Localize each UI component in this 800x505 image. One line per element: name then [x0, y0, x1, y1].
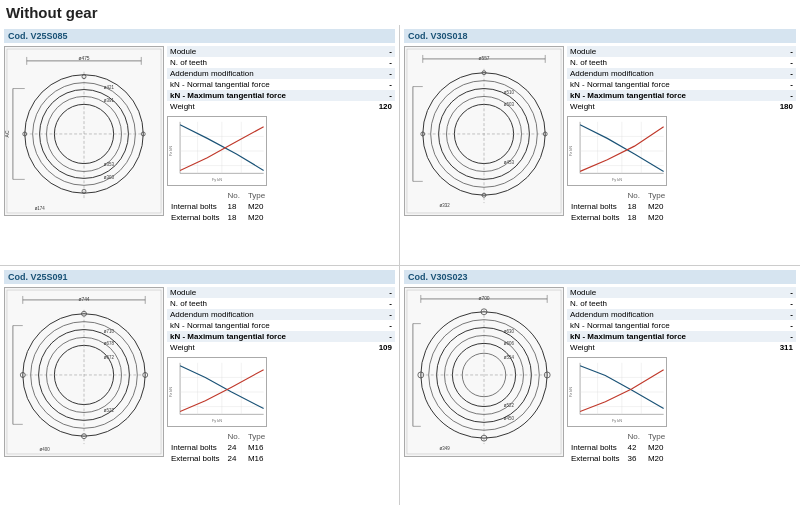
svg-text:ø353: ø353	[104, 162, 115, 167]
svg-text:ø678: ø678	[104, 341, 115, 346]
right-column: Cod. V30S018	[400, 25, 800, 505]
spec-value: 180	[766, 101, 796, 112]
spec-value: -	[766, 57, 796, 68]
bolts-table-v30s018: No. Type Internal bolts 18 M20 External …	[567, 190, 669, 223]
spec-label: Addendum modification	[167, 309, 365, 320]
bolts-header	[167, 431, 223, 442]
bolts-v25s091: No. Type Internal bolts 24 M16 External …	[167, 431, 395, 464]
external-bolts-type: M16	[244, 453, 269, 464]
drawing-v25s085: ø475 AC ø421 ø391 ø353 ø303	[4, 46, 164, 216]
section-body-v30s023: ø700 ø630 ø606 ø554 ø522	[404, 287, 796, 502]
spec-label: N. of teeth	[167, 298, 365, 309]
spec-value: 120	[365, 101, 395, 112]
spec-value: -	[365, 46, 395, 57]
specs-v30s018: Module- N. of teeth- Addendum modificati…	[567, 46, 796, 112]
spec-value: 311	[766, 342, 796, 353]
bolts-table-v25s085: No. Type Internal bolts 18 M20 External …	[167, 190, 269, 223]
internal-bolts-label: Internal bolts	[167, 201, 223, 212]
bolts-type-header: Type	[644, 190, 669, 201]
svg-text:ø606: ø606	[504, 341, 515, 346]
spec-value: -	[766, 46, 796, 57]
svg-text:Fy kN: Fy kN	[612, 418, 622, 423]
main-columns: Cod. V25S085	[0, 25, 800, 505]
drawing-v25s091: ø744 ø710 ø678 ø672 ø522	[4, 287, 164, 457]
specs-v25s085: Module- N. of teeth- Addendum modificati…	[167, 46, 395, 112]
external-bolts-label: External bolts	[167, 453, 223, 464]
svg-text:ø349: ø349	[440, 446, 451, 451]
bolts-table-v30s023: No. Type Internal bolts 42 M20 External …	[567, 431, 669, 464]
section-title-v30s023: Cod. V30S023	[404, 270, 796, 284]
svg-text:ø672: ø672	[104, 355, 115, 360]
section-body-v30s018: ø557 ø510 ø503 ø453 ø332	[404, 46, 796, 261]
bolts-header	[567, 431, 623, 442]
bolts-header	[567, 190, 623, 201]
svg-text:ø557: ø557	[478, 56, 489, 61]
spec-label: Weight	[167, 101, 365, 112]
bolts-table-v25s091: No. Type Internal bolts 24 M16 External …	[167, 431, 269, 464]
spec-value: -	[365, 331, 395, 342]
external-bolts-label: External bolts	[567, 212, 623, 223]
spec-value: -	[365, 68, 395, 79]
chart-v30s023: Fy kN Fz kN	[567, 357, 667, 427]
spec-value: -	[365, 57, 395, 68]
spec-value: -	[766, 90, 796, 101]
spec-value: 109	[365, 342, 395, 353]
bolts-no-header: No.	[223, 431, 243, 442]
svg-text:ø710: ø710	[104, 328, 115, 333]
section-title-v25s085: Cod. V25S085	[4, 29, 395, 43]
spec-value: -	[365, 90, 395, 101]
svg-text:ø332: ø332	[440, 203, 451, 208]
internal-bolts-label: Internal bolts	[567, 201, 623, 212]
svg-text:Fz kN: Fz kN	[168, 146, 173, 156]
right-info-v30s023: Module- N. of teeth- Addendum modificati…	[567, 287, 796, 502]
svg-text:ø400: ø400	[40, 447, 51, 452]
spec-label: Weight	[167, 342, 365, 353]
spec-label: Weight	[567, 342, 766, 353]
external-bolts-no: 18	[223, 212, 243, 223]
svg-text:ø453: ø453	[504, 160, 515, 165]
internal-bolts-type: M20	[244, 201, 269, 212]
svg-text:ø522: ø522	[504, 402, 515, 407]
spec-label: kN - Maximum tangential force	[567, 331, 766, 342]
spec-value: -	[365, 298, 395, 309]
svg-text:ø744: ø744	[78, 296, 89, 301]
spec-label: kN - Normal tangential force	[167, 79, 365, 90]
external-bolts-no: 18	[623, 212, 643, 223]
spec-label: Module	[167, 287, 365, 298]
svg-text:ø391: ø391	[104, 98, 115, 103]
chart-v25s091: Fy kN Fz kN	[167, 357, 267, 427]
right-info-v30s018: Module- N. of teeth- Addendum modificati…	[567, 46, 796, 261]
section-title-v25s091: Cod. V25S091	[4, 270, 395, 284]
spec-label: kN - Maximum tangential force	[167, 331, 365, 342]
section-body-v25s085: ø475 AC ø421 ø391 ø353 ø303	[4, 46, 395, 261]
bolts-v30s018: No. Type Internal bolts 18 M20 External …	[567, 190, 796, 223]
internal-bolts-no: 18	[223, 201, 243, 212]
internal-bolts-type: M20	[644, 442, 669, 453]
chart-v25s085: Fy kN Fz kN	[167, 116, 267, 186]
external-bolts-type: M20	[244, 212, 269, 223]
section-v30s023: Cod. V30S023	[400, 266, 800, 506]
spec-value: -	[766, 68, 796, 79]
svg-text:Fz kN: Fz kN	[568, 146, 573, 156]
bolts-type-header: Type	[644, 431, 669, 442]
svg-text:ø522: ø522	[104, 407, 115, 412]
bolts-no-header: No.	[623, 190, 643, 201]
spec-label: Module	[167, 46, 365, 57]
spec-label: Addendum modification	[567, 309, 766, 320]
spec-value: -	[365, 287, 395, 298]
internal-bolts-type: M16	[244, 442, 269, 453]
bolts-type-header: Type	[244, 431, 269, 442]
section-v25s085: Cod. V25S085	[0, 25, 399, 266]
bolts-no-header: No.	[223, 190, 243, 201]
section-body-v25s091: ø744 ø710 ø678 ø672 ø522	[4, 287, 395, 502]
internal-bolts-label: Internal bolts	[567, 442, 623, 453]
external-bolts-no: 24	[223, 453, 243, 464]
specs-v30s023: Module- N. of teeth- Addendum modificati…	[567, 287, 796, 353]
external-bolts-label: External bolts	[167, 212, 223, 223]
spec-label: kN - Maximum tangential force	[567, 90, 766, 101]
internal-bolts-type: M20	[644, 201, 669, 212]
spec-value: -	[766, 320, 796, 331]
svg-text:ø174: ø174	[35, 206, 46, 211]
bolts-v30s023: No. Type Internal bolts 42 M20 External …	[567, 431, 796, 464]
svg-text:ø510: ø510	[504, 90, 515, 95]
